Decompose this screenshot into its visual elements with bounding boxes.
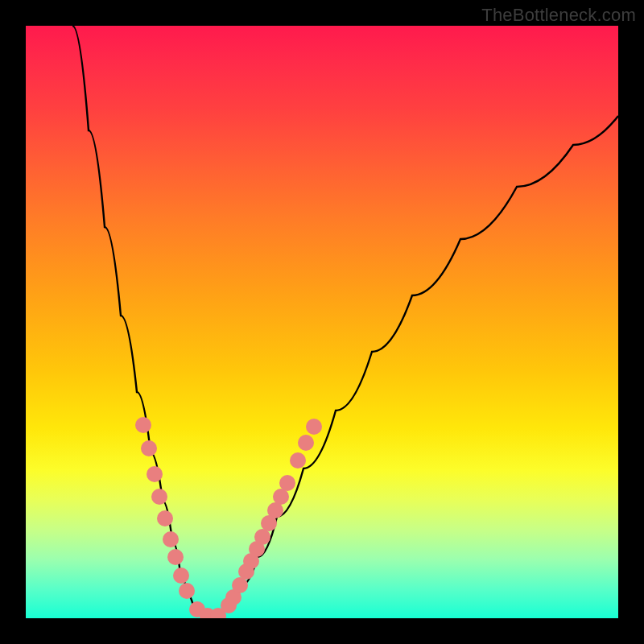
data-point [147, 466, 163, 482]
chart-svg [26, 26, 618, 618]
watermark-text: TheBottleneck.com [481, 5, 636, 26]
curve-markers [135, 417, 322, 618]
data-point [173, 568, 189, 584]
data-point [163, 531, 179, 547]
data-point [279, 475, 295, 491]
data-point [298, 435, 314, 451]
data-point [141, 440, 157, 456]
data-point [290, 452, 306, 469]
chart-frame: TheBottleneck.com [0, 0, 644, 644]
data-point [157, 510, 173, 526]
data-point [254, 529, 270, 545]
data-point [167, 549, 184, 565]
curve-right-branch [211, 116, 618, 617]
chart-plot-area [26, 26, 618, 618]
data-point [273, 489, 289, 505]
data-point [232, 577, 248, 593]
data-point [306, 419, 322, 435]
data-point [151, 489, 167, 505]
curve-left-branch [72, 26, 211, 617]
data-point [135, 417, 151, 433]
data-point [179, 583, 195, 599]
